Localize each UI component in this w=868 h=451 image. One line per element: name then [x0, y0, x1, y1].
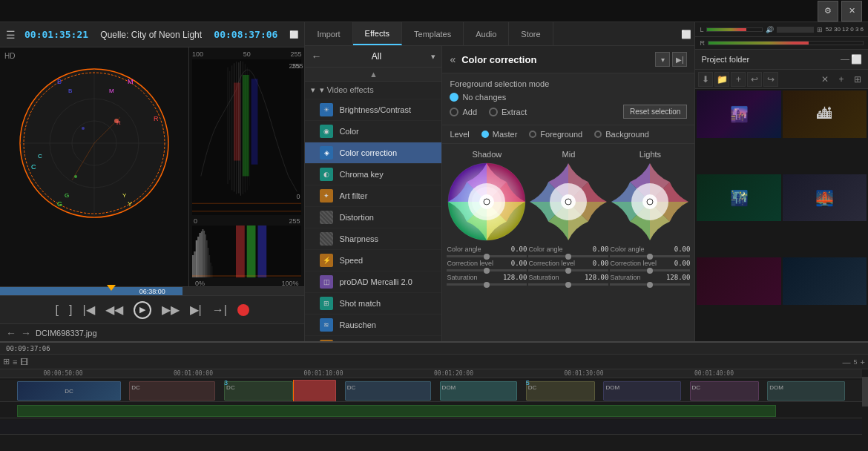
audio-vol-icon[interactable]: 🔊 — [766, 26, 774, 33]
lights-correction-thumb[interactable] — [647, 268, 653, 274]
tab-import[interactable]: Import — [305, 22, 352, 45]
mid-correction-slider[interactable] — [528, 269, 608, 271]
proj-folder-btn[interactable]: 📁 — [714, 72, 729, 87]
proj-close-x-btn[interactable]: ✕ — [818, 72, 832, 87]
clip-5[interactable]: DOM — [440, 381, 518, 401]
mark-in-btn[interactable]: [ — [56, 303, 59, 317]
lights-sat-thumb[interactable] — [647, 282, 653, 288]
mid-angle-thumb[interactable] — [565, 254, 571, 260]
mid-sat-slider[interactable] — [528, 283, 608, 286]
clip-6[interactable]: DC — [526, 381, 595, 401]
panel-settings-btn[interactable]: ▾ — [655, 52, 670, 67]
thumb-2[interactable]: 🏙 — [783, 90, 867, 138]
clip-1[interactable]: DC — [17, 381, 120, 401]
play-btn[interactable]: ▶ — [134, 301, 151, 319]
tl-film-btn[interactable]: 🎞 — [20, 358, 28, 366]
clip-3[interactable]: DC — [224, 381, 293, 401]
close-icon[interactable]: ✕ — [841, 1, 862, 22]
radio-add[interactable]: Add — [450, 108, 477, 116]
mid-angle-slider[interactable] — [528, 255, 608, 257]
lights-angle-thumb[interactable] — [647, 254, 653, 260]
effect-chroma[interactable]: ◐ Chroma key — [305, 164, 441, 185]
clip-8[interactable]: DC — [690, 381, 759, 401]
effect-brightness[interactable]: ☀ Brightness/Contrast — [305, 99, 441, 121]
mid-correction-thumb[interactable] — [565, 268, 571, 274]
scroll-up-btn[interactable]: ▲ — [305, 68, 441, 82]
thumb-3[interactable]: 🌃 — [697, 174, 780, 222]
thumb-4[interactable]: 🌉 — [783, 174, 867, 222]
shadow-correction-thumb[interactable] — [484, 268, 490, 274]
shadow-wheel[interactable] — [447, 162, 527, 242]
thumb-1[interactable]: 🌆 — [697, 90, 780, 138]
shadow-angle-slider[interactable] — [447, 255, 527, 257]
effect-sharpness[interactable]: Sharpness — [305, 228, 441, 250]
tab-effects[interactable]: Effects — [353, 22, 402, 45]
tab-store[interactable]: Store — [509, 22, 553, 45]
thumb-6[interactable] — [783, 257, 867, 305]
clip-2[interactable]: DC — [129, 381, 215, 401]
effect-mercalli[interactable]: ◫ proDAD Mercalli 2.0 — [305, 271, 441, 293]
radio-no-changes[interactable]: No changes — [450, 93, 506, 102]
proj-add-btn[interactable]: + — [731, 72, 746, 87]
expand-btn[interactable]: ⬜ — [289, 30, 298, 39]
project-expand-btn[interactable]: ⬜ — [851, 54, 862, 65]
effect-broadcast[interactable]: 📺 Broadcast-Farbe — [305, 336, 441, 341]
settings-icon[interactable]: ⚙ — [818, 1, 838, 22]
lights-correction-slider[interactable] — [610, 269, 690, 271]
timeline-vscroll[interactable] — [862, 369, 868, 451]
tl-list-btn[interactable]: ≡ — [13, 358, 17, 366]
panel-nav-btn[interactable]: ▶| — [672, 52, 687, 67]
shadow-sat-thumb[interactable] — [484, 282, 490, 288]
tab-templates[interactable]: Templates — [402, 22, 464, 45]
proj-download-btn[interactable]: ⬇ — [698, 72, 713, 87]
mid-sat-thumb[interactable] — [565, 282, 571, 288]
proj-undo-btn[interactable]: ↩ — [747, 72, 762, 87]
radio-extract[interactable]: Extract — [489, 108, 527, 116]
tl-zoom-in[interactable]: + — [861, 358, 865, 366]
effect-art[interactable]: ✦ Art filter — [305, 185, 441, 207]
path-back-btn[interactable]: ← — [6, 327, 16, 339]
audio-clip[interactable] — [17, 405, 776, 417]
back-frame-btn[interactable]: |◀ — [82, 303, 94, 317]
mark-out-btn[interactable]: ] — [69, 303, 72, 317]
level-foreground[interactable]: Foreground — [529, 130, 582, 139]
clip-9[interactable]: DOM — [767, 381, 845, 401]
record-btn[interactable] — [237, 304, 249, 316]
effects-back-btn[interactable]: ← — [311, 50, 321, 62]
lights-angle-slider[interactable] — [610, 255, 690, 257]
effect-speed[interactable]: ⚡ Speed — [305, 250, 441, 271]
level-master[interactable]: Master — [481, 130, 518, 139]
video-effects-category[interactable]: ▾ ▾ Video effects — [305, 82, 441, 99]
fwd-frame-btn[interactable]: ▶| — [190, 303, 202, 317]
clip-7[interactable]: DOM — [603, 381, 681, 401]
effect-color-correction[interactable]: ◈ Color correction — [305, 142, 441, 164]
shadow-angle-thumb[interactable] — [484, 254, 490, 260]
next-frame-btn[interactable]: ▶▶ — [162, 303, 180, 317]
tl-zoom-out[interactable]: — — [843, 358, 851, 366]
progress-bar[interactable]: 06:38:00 — [0, 286, 304, 295]
to-end-btn[interactable]: →| — [212, 303, 227, 317]
prev-frame-btn[interactable]: ◀◀ — [105, 303, 123, 317]
proj-add2-btn[interactable]: + — [834, 72, 849, 87]
tl-grid-btn[interactable]: ⊞ — [3, 357, 10, 366]
project-close-btn[interactable]: — — [841, 54, 849, 65]
effect-shot-match[interactable]: ⊞ Shot match — [305, 293, 441, 315]
audio-vol-slider[interactable] — [777, 27, 814, 33]
clip-active[interactable] — [293, 380, 336, 402]
effect-rauschen[interactable]: ≋ Rauschen — [305, 315, 441, 336]
reset-selection-btn[interactable]: Reset selection — [623, 105, 687, 119]
panel-expand-btn[interactable]: ⬜ — [678, 22, 694, 46]
proj-redo-btn[interactable]: ↪ — [763, 72, 778, 87]
shadow-sat-slider[interactable] — [447, 283, 527, 286]
effect-distortion[interactable]: Distortion — [305, 207, 441, 228]
path-fwd-btn[interactable]: → — [21, 327, 31, 339]
lights-wheel[interactable] — [610, 162, 690, 242]
audio-grid-btn[interactable]: ⊞ — [817, 26, 823, 33]
panel-back-btn[interactable]: « — [450, 53, 456, 65]
effects-dropdown-btn[interactable]: ▾ — [431, 52, 435, 62]
menu-icon[interactable]: ☰ — [6, 29, 16, 41]
lights-sat-slider[interactable] — [610, 283, 690, 286]
thumb-5[interactable] — [697, 257, 780, 305]
mid-wheel[interactable] — [528, 162, 608, 242]
shadow-correction-slider[interactable] — [447, 269, 527, 271]
